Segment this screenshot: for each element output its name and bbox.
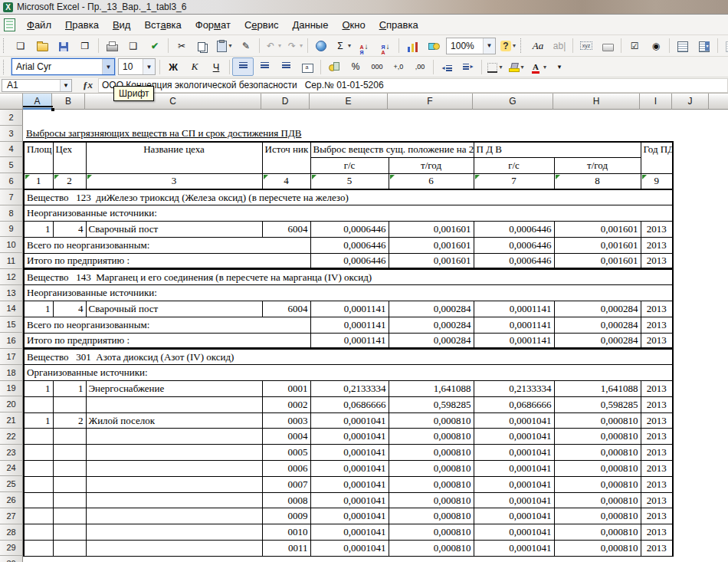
cell[interactable] [86,461,262,477]
name-box-dropdown-icon[interactable]: ▼ [60,80,71,91]
cell[interactable]: 0,000810 [554,492,641,508]
checkbox-control-button[interactable]: ☑ [624,37,645,55]
cell[interactable] [53,445,86,461]
cell[interactable]: 0,000810 [389,508,474,524]
cell[interactable]: 0,0001041 [310,412,389,429]
cell[interactable] [24,429,53,445]
list-box-control-button[interactable] [672,37,694,55]
sort-descending-button[interactable]: ЯА↓ [375,37,396,55]
label-control-button[interactable]: Aa [527,37,549,55]
cell[interactable]: Сварочный пост [86,222,262,238]
row-header-18[interactable]: 18 [0,365,23,381]
dropdown-arrow-icon[interactable]: ▼ [483,38,495,54]
dropdown-arrow-icon[interactable]: ▼ [102,59,114,74]
header-pdv[interactable]: П Д В [474,142,641,158]
cell[interactable]: Энергоснабжение [86,381,262,397]
cell[interactable]: 0010 [262,524,310,541]
cell[interactable]: 2013 [641,445,673,461]
cell[interactable]: 2013 [641,524,673,541]
column-header-J[interactable]: J [672,94,709,110]
dropdown-arrow-icon[interactable]: ▼ [143,59,155,74]
cell[interactable]: 0,0001041 [310,445,389,461]
cell[interactable]: 0,0001041 [474,541,554,557]
cell[interactable]: 0,2133334 [310,381,389,397]
cell[interactable]: 0,000284 [389,333,474,349]
column-number-cell[interactable]: 5 [310,173,389,189]
cell[interactable]: 0,0001141 [474,317,554,333]
cell[interactable]: 2013 [641,333,673,349]
row-header-6[interactable]: 6 [0,173,23,189]
option-button-control-button[interactable]: ◉ [645,37,667,55]
menu-данные[interactable]: Данные [285,16,335,34]
header-vybros[interactable]: Выброс веществ сущ. положение на 2013 г. [310,142,474,158]
cell[interactable]: 0,000810 [389,476,474,492]
cell[interactable] [86,492,262,508]
cell[interactable]: 2013 [641,317,673,333]
cell[interactable] [86,524,262,541]
cell[interactable] [24,476,53,492]
align-center-button[interactable] [254,58,275,76]
cell[interactable] [53,508,86,524]
undo-dropdown-icon[interactable]: ▾ [278,42,281,49]
menu-формат[interactable]: Формат [189,16,238,34]
menu-справка[interactable]: Справка [372,16,425,34]
source-type-row[interactable]: Неорганизованные источники: [24,205,673,222]
cell[interactable]: 0,0001041 [310,541,389,557]
cell[interactable] [24,396,53,412]
cell[interactable]: 2013 [641,222,673,238]
row-header-25[interactable]: 25 [0,476,23,492]
header-tseh[interactable]: Цех [53,142,86,174]
menu-файл[interactable]: Файл [20,16,58,34]
cell[interactable] [24,541,53,557]
total-label[interactable]: Итого по предприятию : [24,253,310,269]
row-header-14[interactable]: 14 [0,301,23,317]
bold-button[interactable]: Ж [162,58,184,76]
merge-and-center-button[interactable] [297,58,318,76]
help-dropdown-icon[interactable]: ▾ [513,42,516,49]
row-header-28[interactable]: 28 [0,524,23,541]
cell[interactable]: 2 [53,412,86,429]
cell[interactable]: 0,001601 [554,253,641,269]
cell[interactable] [53,524,86,541]
workbook-icon[interactable] [4,18,15,31]
row-header-9[interactable]: 9 [0,222,23,238]
row-header-20[interactable]: 20 [0,396,23,412]
menu-окно[interactable]: Окно [335,16,372,34]
autosum-dropdown-icon[interactable]: ▾ [348,42,351,49]
cell[interactable]: 1 [53,381,86,397]
cell[interactable]: Жилой поселок [86,412,262,429]
align-right-button[interactable] [275,58,297,76]
cell[interactable]: 0002 [262,396,310,412]
cell[interactable]: 0,0001041 [310,476,389,492]
cell[interactable]: 0,000810 [389,445,474,461]
cell[interactable]: 0,000810 [554,476,641,492]
row-header-19[interactable]: 19 [0,381,23,397]
cell[interactable]: 2013 [641,492,673,508]
cell[interactable]: 0,0006446 [474,237,554,253]
font-size-combobox[interactable]: 10▼ [118,58,156,75]
row-header-15[interactable]: 15 [0,317,23,333]
cell[interactable]: 1 [24,222,53,238]
cell[interactable]: 0,000810 [554,508,641,524]
cell[interactable]: 0,000810 [389,412,474,429]
paste-button[interactable]: ▾ [214,37,235,55]
cell[interactable] [86,429,262,445]
header-god-pdv[interactable]: Год ПДВ [641,142,673,174]
print-button[interactable] [101,37,123,55]
insert-function-icon[interactable]: ƒx [83,79,93,91]
cell[interactable]: 2013 [641,508,673,524]
cell[interactable]: 0,000810 [389,524,474,541]
cell[interactable]: 0,0686666 [474,396,554,412]
total-label[interactable]: Итого по предприятию : [24,333,310,349]
cell[interactable]: 0,0001041 [474,508,554,524]
cell[interactable] [53,396,86,412]
cell[interactable]: 0,001601 [554,222,641,238]
cell[interactable]: 0,0006446 [310,222,389,238]
format-painter-button[interactable]: ✎ [235,37,257,55]
row-header-13[interactable]: 13 [0,285,23,301]
row-header-3[interactable]: 3 [0,126,23,142]
row-header-7[interactable]: 7 [0,189,23,205]
cell[interactable]: 0,000284 [554,317,641,333]
cell[interactable]: 0,0006446 [310,253,389,269]
column-header-B[interactable]: B [52,94,85,110]
